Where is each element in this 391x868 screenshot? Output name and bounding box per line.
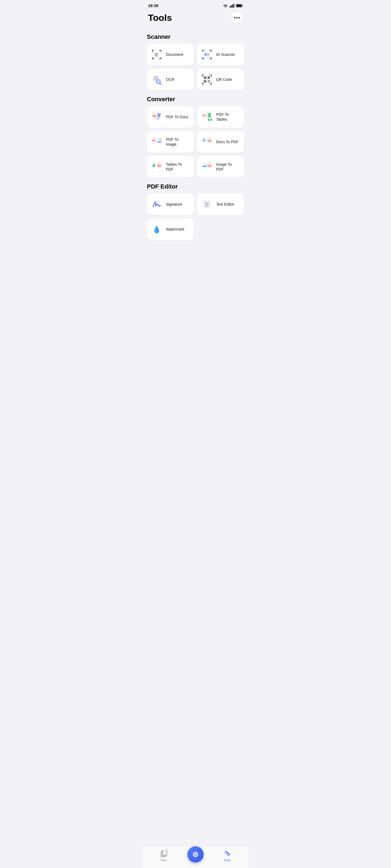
svg-rect-52 xyxy=(209,80,210,81)
battery-icon xyxy=(236,4,243,8)
tool-card-ocr[interactable]: OCR xyxy=(147,69,194,90)
tool-card-pdf-to-image[interactable]: PDF PDF To Image xyxy=(147,131,194,153)
document-label: Document xyxy=(166,52,183,57)
watermark-icon xyxy=(151,223,163,235)
svg-rect-0 xyxy=(230,6,230,8)
svg-rect-11 xyxy=(152,57,152,59)
svg-rect-15 xyxy=(155,54,158,54)
tool-card-docs-to-pdf[interactable]: W PDF Docs To PDF xyxy=(197,131,244,153)
qr-code-label: QR Code xyxy=(216,77,232,82)
svg-rect-95 xyxy=(163,850,167,855)
status-bar: 19:30 xyxy=(143,0,248,9)
svg-rect-31 xyxy=(154,77,158,77)
header: Tools ••• xyxy=(143,9,248,28)
tool-card-qr-code[interactable]: QR Code xyxy=(197,69,244,90)
page-title: Tools xyxy=(148,12,172,23)
content: Scanner xyxy=(143,33,248,269)
pdf-to-tables-label: PDF To Tables xyxy=(216,112,240,122)
tables-to-pdf-icon: PDF xyxy=(151,161,163,173)
svg-text:PDF: PDF xyxy=(158,165,162,167)
camera-icon xyxy=(192,850,199,858)
tab-tools[interactable]: Tools xyxy=(219,850,235,862)
tool-card-id-scanner[interactable]: ID Scanner xyxy=(197,44,244,65)
tab-files[interactable]: Files xyxy=(156,850,172,862)
text-editor-icon: T xyxy=(201,198,213,210)
svg-text:PDF: PDF xyxy=(152,115,157,117)
svg-text:T: T xyxy=(205,201,209,208)
signature-label: Signature xyxy=(166,202,182,207)
svg-text:W: W xyxy=(203,139,205,142)
svg-text:PDF: PDF xyxy=(208,165,212,167)
svg-rect-17 xyxy=(155,56,157,56)
tool-card-tables-to-pdf[interactable]: PDF Tables To PDF xyxy=(147,156,194,178)
document-icon xyxy=(151,49,163,61)
status-icons xyxy=(223,4,243,8)
svg-rect-16 xyxy=(155,55,158,55)
image-to-pdf-icon: PDF xyxy=(201,161,213,173)
pdf-editor-section-title: PDF Editor xyxy=(147,183,244,190)
id-scanner-icon xyxy=(201,49,213,61)
more-button[interactable]: ••• xyxy=(231,12,243,24)
svg-rect-51 xyxy=(208,80,208,81)
tool-card-pdf-to-tables[interactable]: PDF PDF To Table xyxy=(197,106,244,128)
svg-rect-21 xyxy=(211,50,212,52)
svg-rect-83 xyxy=(154,164,155,167)
tool-card-document[interactable]: Document xyxy=(147,44,194,65)
tool-card-watermark[interactable]: Watermark xyxy=(147,218,194,240)
tab-bar: Files Tools xyxy=(143,846,248,868)
tab-camera[interactable] xyxy=(187,849,204,863)
tool-card-pdf-to-docs[interactable]: PDF W PDF To Docs xyxy=(147,106,194,128)
svg-rect-1 xyxy=(231,5,232,8)
tools-tab-icon xyxy=(223,850,231,858)
more-dots-icon: ••• xyxy=(234,15,240,20)
files-tab-label: Files xyxy=(161,859,167,862)
tools-tab-label: Tools xyxy=(224,859,231,862)
svg-text:W: W xyxy=(158,115,160,118)
tool-card-text-editor[interactable]: T Text Editor xyxy=(197,193,244,215)
svg-rect-70 xyxy=(210,119,210,121)
svg-rect-42 xyxy=(202,82,202,84)
svg-rect-32 xyxy=(154,78,158,79)
tool-card-signature[interactable]: Signature xyxy=(147,193,194,215)
converter-section: Converter PDF W xyxy=(147,96,244,178)
svg-point-99 xyxy=(195,854,196,855)
svg-rect-54 xyxy=(209,82,210,83)
qr-code-icon xyxy=(201,73,213,86)
svg-rect-2 xyxy=(232,4,233,8)
svg-rect-5 xyxy=(236,5,242,7)
svg-point-87 xyxy=(205,164,206,165)
pdf-to-docs-label: PDF To Docs xyxy=(166,115,188,119)
svg-rect-69 xyxy=(208,119,209,121)
converter-section-title: Converter xyxy=(147,96,244,103)
svg-rect-58 xyxy=(158,114,161,114)
svg-rect-13 xyxy=(161,57,161,59)
svg-rect-44 xyxy=(211,82,212,84)
scanner-section: Scanner xyxy=(147,33,244,90)
svg-point-75 xyxy=(160,139,161,141)
svg-rect-82 xyxy=(153,165,154,167)
svg-rect-3 xyxy=(233,4,234,8)
svg-rect-7 xyxy=(152,50,152,52)
svg-rect-81 xyxy=(152,165,153,167)
ocr-label: OCR xyxy=(166,77,174,82)
svg-rect-46 xyxy=(204,77,205,78)
pdf-to-image-label: PDF To Image xyxy=(166,137,190,147)
tables-to-pdf-label: Tables To PDF xyxy=(166,162,190,172)
svg-rect-71 xyxy=(211,118,212,121)
scanner-section-title: Scanner xyxy=(147,33,244,40)
scanner-grid: Document xyxy=(147,44,244,90)
pdf-to-tables-icon: PDF xyxy=(201,111,213,123)
svg-point-27 xyxy=(204,54,206,56)
svg-rect-19 xyxy=(202,50,203,52)
pdf-editor-section: PDF Editor Signature T xyxy=(147,183,244,240)
camera-button[interactable] xyxy=(187,846,204,863)
svg-rect-53 xyxy=(208,82,208,83)
signal-icon xyxy=(229,4,234,8)
svg-rect-25 xyxy=(211,57,212,59)
pdf-to-image-icon: PDF xyxy=(151,136,163,148)
pdf-to-docs-icon: PDF W xyxy=(151,111,163,123)
svg-rect-29 xyxy=(207,55,209,55)
files-tab-icon xyxy=(160,850,168,858)
tool-card-image-to-pdf[interactable]: PDF Image To PDF xyxy=(197,156,244,178)
svg-text:PDF: PDF xyxy=(152,140,156,141)
